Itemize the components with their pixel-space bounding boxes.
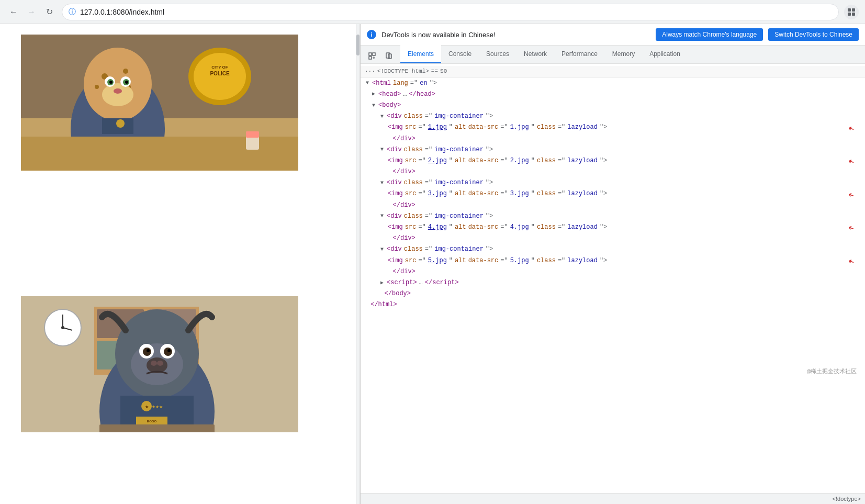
img4-alt-attr: alt (455, 222, 466, 232)
img2-class-attr: class (537, 156, 556, 166)
forward-button[interactable]: → (24, 5, 39, 19)
img3-tag-open: <img (388, 189, 403, 199)
div3-close-space (379, 200, 391, 210)
img1-datasrc-attr: data-src (468, 122, 499, 132)
svg-point-23 (125, 81, 128, 84)
doctype-text: <!DOCTYPE html> (377, 67, 429, 76)
device-toolbar-button[interactable] (381, 49, 396, 63)
img2-class-val: lazyload (567, 156, 598, 166)
img5-class-val: lazyload (567, 256, 598, 266)
page-scrollbar[interactable] (356, 24, 360, 504)
div1-close-row[interactable]: </div> (361, 133, 865, 144)
svg-rect-2 (848, 13, 851, 16)
img4-src-val[interactable]: 4.jpg (428, 222, 447, 232)
image-2: ★ ★★★ BOGO (21, 296, 298, 432)
img5-q3: "> (600, 256, 607, 266)
img2-row[interactable]: <img src =" 2.jpg " alt data-src =" 2.jp… (361, 155, 865, 166)
tab-sources[interactable]: Sources (479, 45, 516, 63)
bottom-doctype[interactable]: <!doctype> (833, 496, 861, 502)
img4-eq3: =" (558, 222, 565, 232)
img5-row[interactable]: <img src =" 5.jpg " alt data-src =" 5.jp… (361, 255, 865, 266)
tab-network[interactable]: Network (516, 45, 554, 63)
img1-row[interactable]: <img src =" 1.jpg " alt data-src =" 1.jp… (361, 122, 865, 133)
nav-buttons: ← → ↻ (6, 5, 57, 19)
inspect-element-button[interactable] (365, 49, 379, 63)
body-close-row[interactable]: </body> (361, 288, 865, 299)
html-open-row[interactable]: <html lang =" en "> (361, 78, 865, 89)
div4-close-row[interactable]: </div> (361, 233, 865, 244)
doctype-row: ··· <!DOCTYPE html> == $0 (361, 66, 865, 78)
tab-performance[interactable]: Performance (554, 45, 605, 63)
div2-close-row[interactable]: </div> (361, 166, 865, 177)
address-bar[interactable]: ⓘ 127.0.0.1:8080/index.html (62, 4, 839, 20)
svg-rect-60 (99, 424, 215, 432)
div3-close-row[interactable]: </div> (361, 200, 865, 211)
div3-open-row[interactable]: <div class =" img-container "> (361, 177, 865, 188)
script-row[interactable]: <script> … </script> (361, 277, 865, 288)
div5-quote-close: "> (486, 244, 493, 254)
switch-language-button[interactable]: Switch DevTools to Chinese (768, 28, 859, 41)
html-triangle[interactable] (365, 79, 370, 87)
script-ellipsis: … (419, 278, 423, 288)
img3-row[interactable]: <img src =" 3.jpg " alt data-src =" 3.jp… (361, 188, 865, 199)
div5-open-row[interactable]: <div class =" img-container "> (361, 244, 865, 255)
img2-q2: " (531, 156, 535, 166)
div1-class-val: img-container (434, 111, 484, 121)
div1-open-row[interactable]: <div class =" img-container "> (361, 111, 865, 122)
head-triangle[interactable] (371, 90, 376, 98)
tab-memory[interactable]: Memory (605, 45, 642, 63)
html-close-row[interactable]: </html> (361, 299, 865, 310)
img1-alt-attr: alt (455, 122, 466, 132)
reload-button[interactable]: ↻ (42, 5, 57, 19)
div4-eq: =" (425, 211, 432, 221)
head-row[interactable]: <head> … </head> (361, 89, 865, 100)
img5-q1: " (449, 256, 453, 266)
match-language-button[interactable]: Always match Chrome's language (656, 28, 763, 41)
svg-rect-61 (369, 53, 372, 55)
div4-triangle[interactable] (379, 212, 385, 220)
img1-eq2: =" (500, 122, 508, 132)
body-open-row[interactable]: <body> (361, 100, 865, 111)
devtools-toolbar (361, 49, 400, 63)
svg-rect-0 (848, 8, 851, 12)
img4-eq1: =" (418, 222, 425, 232)
img3-datasrc-attr: data-src (468, 189, 499, 199)
svg-point-53 (157, 361, 163, 366)
img4-row[interactable]: <img src =" 4.jpg " alt data-src =" 4.jp… (361, 222, 865, 233)
html-lang-attr: lang (393, 79, 408, 88)
div2-open-row[interactable]: <div class =" img-container "> (361, 144, 865, 155)
div2-triangle[interactable] (379, 145, 385, 154)
script-triangle[interactable] (379, 279, 385, 287)
img3-class-val: lazyload (567, 189, 598, 199)
tab-console[interactable]: Console (441, 45, 479, 63)
img3-src-val[interactable]: 3.jpg (428, 189, 447, 199)
tab-application[interactable]: Application (642, 45, 688, 63)
div5-close-space (379, 267, 391, 277)
div4-class-val: img-container (434, 211, 484, 221)
div5-class-val: img-container (434, 244, 484, 254)
img4-eq2: =" (500, 222, 508, 232)
div2-eq: =" (425, 145, 432, 155)
img1-src-val[interactable]: 1.jpg (428, 122, 447, 132)
head-tag: <head> (378, 89, 401, 99)
img2-alt-attr: alt (455, 156, 466, 166)
img4-datasrc-val: 4.jpg (510, 222, 529, 232)
img5-alt-attr: alt (455, 256, 466, 266)
div4-open-row[interactable]: <div class =" img-container "> (361, 211, 865, 222)
devtools-elements-panel[interactable]: ··· <!DOCTYPE html> == $0 <html lang =" … (361, 64, 865, 493)
img2-q3: "> (600, 156, 607, 166)
div4-quote-close: "> (486, 211, 493, 221)
img2-src-attr: src (405, 156, 417, 166)
tab-elements[interactable]: Elements (400, 45, 441, 63)
img2-src-val[interactable]: 2.jpg (428, 156, 447, 166)
div3-triangle[interactable] (379, 179, 385, 187)
div1-triangle[interactable] (379, 113, 385, 121)
html-close-space (365, 300, 368, 310)
img1-class-val: lazyload (567, 122, 598, 132)
back-button[interactable]: ← (6, 5, 21, 19)
div5-triangle[interactable] (379, 245, 385, 254)
img5-src-val[interactable]: 5.jpg (428, 256, 447, 266)
div5-close-row[interactable]: </div> (361, 266, 865, 277)
img4-q2: " (531, 222, 535, 232)
body-triangle[interactable] (371, 102, 376, 110)
